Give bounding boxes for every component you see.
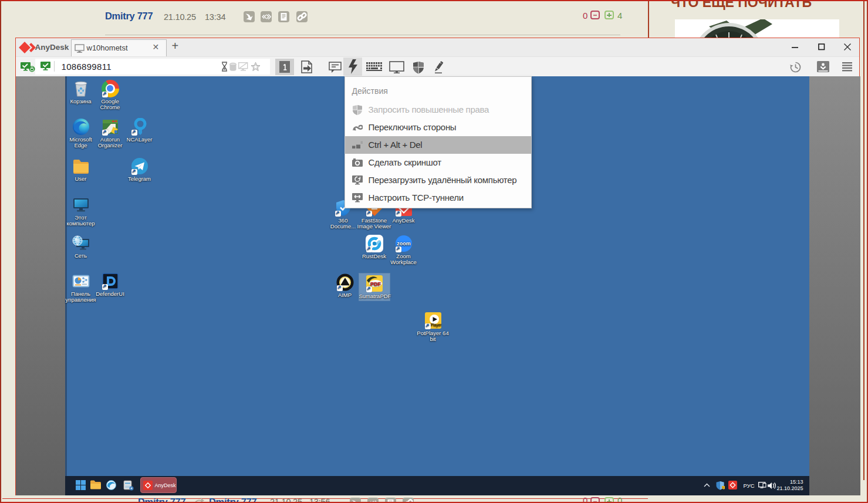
svg-text:PDF: PDF (370, 281, 381, 286)
svg-text:Player: Player (430, 323, 441, 328)
